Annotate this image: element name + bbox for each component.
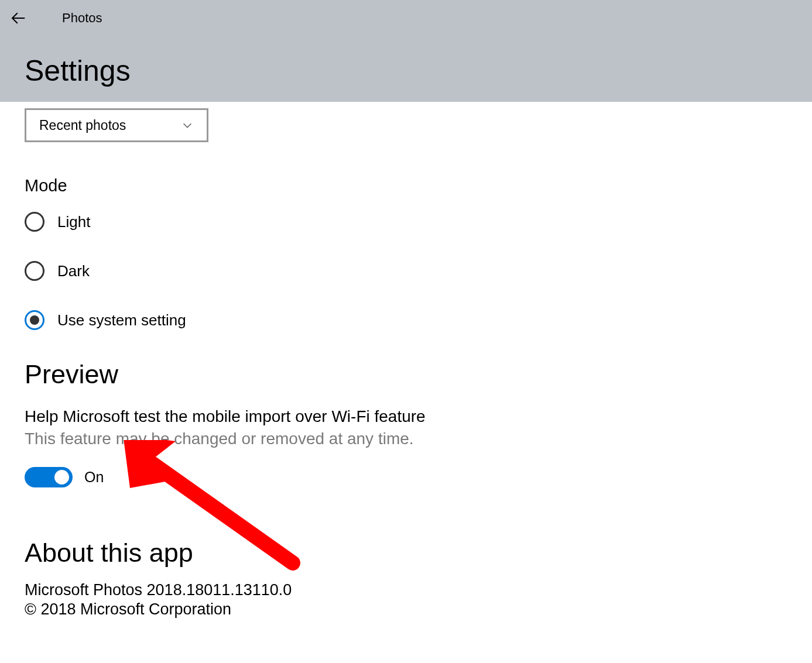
mode-radio-light[interactable]: Light: [25, 212, 787, 232]
mode-radio-dark[interactable]: Dark: [25, 261, 787, 281]
titlebar: Photos: [0, 0, 812, 36]
preview-toggle[interactable]: [25, 467, 73, 487]
page-title: Settings: [25, 54, 812, 88]
preview-toggle-row: On: [25, 467, 787, 487]
about-heading: About this app: [25, 538, 787, 568]
mode-radio-group: Light Dark Use system setting: [25, 212, 787, 330]
preview-toggle-label: On: [84, 469, 104, 486]
about-copyright: © 2018 Microsoft Corporation: [25, 600, 787, 619]
app-title: Photos: [62, 11, 102, 26]
back-button[interactable]: [0, 0, 36, 36]
radio-label: Light: [57, 213, 90, 231]
radio-label: Dark: [57, 262, 90, 280]
back-arrow-icon: [9, 9, 27, 27]
radio-icon: [25, 261, 44, 281]
tile-dropdown-value: Recent photos: [39, 118, 126, 133]
chevron-down-icon: [181, 119, 194, 132]
radio-icon: [25, 212, 44, 232]
mode-radio-system[interactable]: Use system setting: [25, 310, 787, 330]
settings-content: The app tile shows Recent photos Mode Li…: [0, 102, 812, 619]
content-scroll-region[interactable]: The app tile shows Recent photos Mode Li…: [0, 102, 812, 663]
tile-dropdown[interactable]: Recent photos: [25, 108, 208, 142]
about-version: Microsoft Photos 2018.18011.13110.0: [25, 581, 787, 599]
toggle-knob-icon: [54, 470, 69, 485]
radio-icon: [25, 310, 44, 330]
mode-heading: Mode: [25, 176, 787, 195]
preview-feature-subtitle: This feature may be changed or removed a…: [25, 430, 787, 448]
radio-label: Use system setting: [57, 311, 186, 329]
preview-heading: Preview: [25, 359, 787, 390]
preview-feature-title: Help Microsoft test the mobile import ov…: [25, 407, 787, 426]
header-region: Photos Settings: [0, 0, 812, 102]
